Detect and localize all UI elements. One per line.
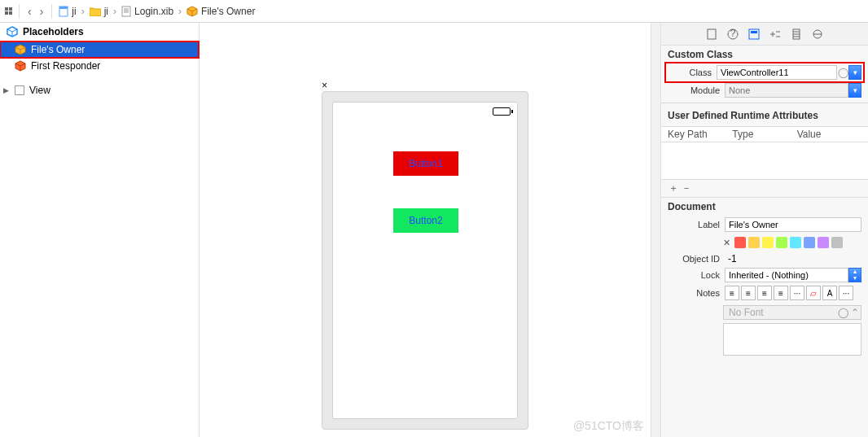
col-type: Type <box>732 129 796 140</box>
svg-rect-2 <box>122 7 130 16</box>
outline-item-label: View <box>29 85 50 96</box>
module-dropdown-button[interactable]: ▾ <box>848 83 861 98</box>
remove-attribute-button[interactable]: － <box>681 181 692 195</box>
scene-container: Button1 Button2 <box>322 91 528 430</box>
label-label: Label <box>668 220 720 229</box>
color-swatch[interactable] <box>831 237 843 248</box>
udra-add-remove: ＋ － <box>661 180 868 198</box>
objectid-row: Object ID -1 <box>661 251 868 266</box>
align-center-button[interactable]: ≡ <box>741 286 756 300</box>
align-justify-button[interactable]: ≡ <box>774 286 788 300</box>
outline-item-label: First Responder <box>31 60 100 72</box>
interface-builder-canvas[interactable]: × Button1 Button2 @51CTO博客 <box>199 23 651 437</box>
clear-class-icon[interactable]: ◯ <box>837 67 848 78</box>
connections-inspector-tab[interactable] <box>811 28 824 41</box>
section-title: Placeholders <box>23 26 84 37</box>
status-bar-battery-icon <box>493 107 511 116</box>
align-right-button[interactable]: ≡ <box>757 286 772 300</box>
crumb-label: Login.xib <box>134 6 173 17</box>
font-step-icon[interactable]: ◯ ⌃ <box>838 307 859 318</box>
nav-back[interactable]: ‹ <box>26 5 33 18</box>
inspector-tab-bar: ? <box>661 23 868 46</box>
label-color-swatches: ✕ <box>661 234 868 251</box>
list-button[interactable]: ··· <box>790 286 804 300</box>
class-label: Class <box>668 68 712 77</box>
module-input[interactable] <box>725 83 848 98</box>
color-swatch[interactable] <box>762 237 774 248</box>
module-row: Module ▾ <box>661 81 868 99</box>
section-custom-class: Custom Class <box>661 46 868 63</box>
module-label: Module <box>668 85 720 95</box>
link-button[interactable]: A <box>822 286 837 300</box>
svg-rect-7 <box>751 31 757 33</box>
lock-label: Lock <box>668 270 720 280</box>
button2[interactable]: Button2 <box>393 208 458 233</box>
related-items-icon[interactable] <box>5 7 12 15</box>
outline-item-first-responder[interactable]: First Responder <box>0 58 199 74</box>
svg-text:?: ? <box>730 28 736 39</box>
doc-icon <box>121 6 131 17</box>
svg-rect-6 <box>749 29 759 39</box>
inspector-panel: ? Custom Class Class ◯ ▾ Module ▾ <box>660 23 868 437</box>
color-swatch[interactable] <box>748 237 760 248</box>
clear-color-icon[interactable]: ✕ <box>723 238 732 248</box>
color-swatch[interactable] <box>818 237 829 248</box>
document-outline: Placeholders File's Owner First Responde… <box>0 23 199 437</box>
class-row: Class ◯ ▾ <box>666 63 863 81</box>
crumb-label: File's Owner <box>201 6 255 17</box>
color-swatch[interactable] <box>804 237 815 248</box>
lock-row: Lock ▴▾ <box>661 266 868 284</box>
canvas-scrollbar[interactable] <box>651 23 660 437</box>
view-icon <box>15 85 24 95</box>
cube-icon <box>186 6 198 17</box>
notes-font-field[interactable]: No Font ◯ ⌃ <box>723 305 861 320</box>
label-input[interactable] <box>725 217 861 232</box>
close-scene-icon[interactable]: × <box>322 80 327 91</box>
crumb-label: ji <box>72 6 76 17</box>
size-inspector-tab[interactable] <box>790 28 803 41</box>
crumb-label: ji <box>104 6 108 17</box>
notes-toolbar: ≡ ≡ ≡ ≡ ··· ▱ A ··· <box>725 286 853 300</box>
outline-item-files-owner[interactable]: File's Owner <box>0 42 199 58</box>
disclosure-triangle-icon[interactable]: ▶ <box>3 86 9 94</box>
color-swatch[interactable] <box>734 237 746 248</box>
notes-label: Notes <box>668 288 720 298</box>
color-swatch[interactable] <box>790 237 801 248</box>
col-value: Value <box>797 129 861 140</box>
strike-button[interactable]: ▱ <box>806 286 821 300</box>
outline-item-view[interactable]: ▶ View <box>0 82 199 98</box>
root-view[interactable]: Button1 Button2 <box>332 102 518 419</box>
outline-item-label: File's Owner <box>31 44 85 55</box>
file-inspector-tab[interactable] <box>705 28 718 41</box>
nav-forward[interactable]: › <box>38 5 46 18</box>
add-attribute-button[interactable]: ＋ <box>668 181 679 195</box>
folder-icon <box>90 7 101 16</box>
lock-select[interactable] <box>725 268 848 282</box>
col-keypath: Key Path <box>668 129 732 140</box>
align-left-button[interactable]: ≡ <box>725 286 739 300</box>
svg-rect-1 <box>59 7 68 9</box>
more-button[interactable]: ··· <box>839 286 853 300</box>
section-document: Document <box>661 198 868 216</box>
attributes-inspector-tab[interactable] <box>769 28 782 41</box>
breadcrumb[interactable]: ji › ji › Login.xib › File's Owner <box>59 6 255 17</box>
help-inspector-tab[interactable]: ? <box>726 28 739 41</box>
udra-table-header: Key Path Type Value <box>661 126 868 142</box>
objectid-value: -1 <box>725 253 737 264</box>
udra-table-body[interactable] <box>661 142 868 180</box>
class-dropdown-button[interactable]: ▾ <box>848 65 861 80</box>
cube-orange-icon <box>15 60 26 72</box>
lock-dropdown-button[interactable]: ▴▾ <box>848 268 861 282</box>
outline-section-placeholders: Placeholders <box>0 23 199 42</box>
identity-inspector-tab[interactable] <box>747 28 761 41</box>
notes-row: Notes ≡ ≡ ≡ ≡ ··· ▱ A ··· <box>661 284 868 302</box>
button1[interactable]: Button1 <box>393 151 458 176</box>
label-row: Label <box>661 216 868 234</box>
class-input[interactable] <box>717 65 837 80</box>
cube-gold-icon <box>15 44 26 55</box>
doc-icon <box>59 6 68 17</box>
notes-textarea[interactable] <box>723 323 861 356</box>
toolbar: ‹ › ji › ji › Login.xib › File's Owner <box>0 0 868 23</box>
color-swatch[interactable] <box>776 237 787 248</box>
svg-rect-3 <box>708 29 716 39</box>
